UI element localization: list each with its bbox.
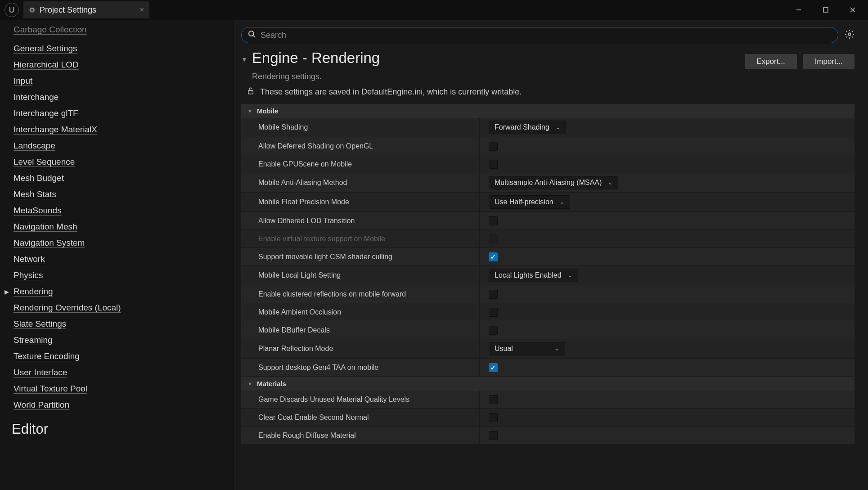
sidebar-item-interchange[interactable]: Interchange <box>13 89 234 105</box>
sidebar-item-metasounds[interactable]: MetaSounds <box>13 202 234 219</box>
chevron-down-icon: ⌄ <box>568 272 572 279</box>
setting-row: Enable virtual texture support on Mobile <box>241 230 855 248</box>
sidebar-item-label: Streaming <box>13 335 53 345</box>
setting-extra <box>839 212 855 229</box>
sidebar-item-general-settings[interactable]: General Settings <box>13 40 234 57</box>
close-button[interactable] <box>839 0 866 19</box>
dropdown[interactable]: Use Half-precision⌄ <box>489 195 570 209</box>
sidebar-item-label: Physics <box>13 270 43 280</box>
import-button[interactable]: Import... <box>803 54 855 69</box>
sidebar-item-interchange-materialx[interactable]: Interchange MaterialX <box>13 121 234 138</box>
close-icon[interactable]: × <box>140 6 144 14</box>
setting-row: Mobile Anti-Aliasing MethodMultisample A… <box>241 173 855 193</box>
checkbox[interactable] <box>489 431 498 440</box>
dropdown[interactable]: Multisample Anti-Aliasing (MSAA)⌄ <box>489 176 618 189</box>
group-header-mobile[interactable]: ▼Mobile <box>241 104 855 118</box>
setting-extra <box>839 321 855 339</box>
sidebar-item-input[interactable]: Input <box>13 73 234 89</box>
setting-row: Enable GPUScene on Mobile <box>241 155 855 173</box>
sidebar-item-landscape[interactable]: Landscape <box>13 138 234 154</box>
dropdown[interactable]: Usual⌄ <box>489 342 565 355</box>
sidebar-item-hierarchical-lod[interactable]: Hierarchical LOD <box>13 57 234 73</box>
setting-extra <box>839 409 855 426</box>
sidebar-item-rendering-overrides-local-[interactable]: Rendering Overrides (Local) <box>13 300 234 316</box>
sidebar-item-label: Hierarchical LOD <box>13 60 79 70</box>
sidebar-item-physics[interactable]: Physics <box>13 267 234 283</box>
settings-gear-icon[interactable] <box>845 29 855 41</box>
setting-label: Support movable light CSM shader culling <box>241 248 480 265</box>
sidebar-item-label: World Partition <box>13 400 69 410</box>
sidebar-item-navigation-system[interactable]: Navigation System <box>13 235 234 251</box>
sidebar-item-garbage-collection[interactable]: Garbage Collection <box>13 24 234 40</box>
checkbox[interactable] <box>489 290 498 299</box>
chevron-down-icon: ⌄ <box>608 180 612 186</box>
setting-extra <box>839 303 855 321</box>
checkbox[interactable] <box>489 413 498 422</box>
svg-rect-7 <box>248 90 253 94</box>
setting-label: Allow Deferred Shading on OpenGL <box>241 137 480 155</box>
chevron-down-icon: ▼ <box>247 108 252 114</box>
sidebar-item-interchange-gltf[interactable]: Interchange glTF <box>13 105 234 121</box>
setting-value <box>480 212 839 229</box>
dropdown[interactable]: Forward Shading⌄ <box>489 121 566 134</box>
export-button[interactable]: Export... <box>745 54 796 69</box>
dropdown[interactable]: Local Lights Enabled⌄ <box>489 269 578 282</box>
setting-label: Mobile Shading <box>241 118 480 137</box>
sidebar-item-texture-encoding[interactable]: Texture Encoding <box>13 348 234 364</box>
setting-label: Enable clustered reflections on mobile f… <box>241 285 480 303</box>
sidebar-item-label: Virtual Texture Pool <box>13 384 87 394</box>
setting-extra <box>839 173 855 192</box>
sidebar-item-streaming[interactable]: Streaming <box>13 332 234 348</box>
setting-extra <box>839 230 855 247</box>
sidebar-item-label: Interchange <box>13 92 58 102</box>
setting-row: Planar Reflection ModeUsual⌄ <box>241 339 855 359</box>
sidebar-item-mesh-stats[interactable]: Mesh Stats <box>13 186 234 202</box>
search-box[interactable] <box>241 27 838 43</box>
checkbox[interactable] <box>489 363 498 372</box>
setting-extra <box>839 391 855 408</box>
unlock-icon <box>247 87 255 97</box>
maximize-button[interactable] <box>812 0 839 19</box>
svg-rect-1 <box>823 8 828 12</box>
checkbox[interactable] <box>489 308 498 317</box>
setting-label: Mobile Float Precision Mode <box>241 193 480 211</box>
tab-project-settings[interactable]: ⚙ Project Settings × <box>23 1 149 18</box>
checkbox[interactable] <box>489 252 498 261</box>
setting-value <box>480 248 839 265</box>
setting-extra <box>839 118 855 137</box>
sidebar-item-mesh-budget[interactable]: Mesh Budget <box>13 170 234 186</box>
page-subtitle: Rendering settings. <box>252 72 855 81</box>
sidebar-item-navigation-mesh[interactable]: Navigation Mesh <box>13 219 234 235</box>
setting-label: Enable Rough Diffuse Material <box>241 427 480 444</box>
app-logo[interactable]: U <box>4 3 19 17</box>
checkbox[interactable] <box>489 142 498 151</box>
sidebar-item-slate-settings[interactable]: Slate Settings <box>13 316 234 332</box>
sidebar-item-virtual-texture-pool[interactable]: Virtual Texture Pool <box>13 381 234 397</box>
setting-row: Clear Coat Enable Second Normal <box>241 409 855 427</box>
dropdown-value: Use Half-precision <box>495 198 553 206</box>
collapse-section-icon[interactable]: ▼ <box>241 56 247 63</box>
sidebar-item-rendering[interactable]: ▶Rendering <box>13 283 234 300</box>
dropdown-value: Local Lights Enabled <box>495 271 562 279</box>
gear-icon: ⚙ <box>29 6 35 14</box>
sidebar-item-world-partition[interactable]: World Partition <box>13 397 234 413</box>
group-title: Materials <box>257 380 286 387</box>
search-input[interactable] <box>261 31 832 40</box>
setting-value <box>480 409 839 426</box>
setting-value <box>480 303 839 321</box>
checkbox[interactable] <box>489 160 498 169</box>
setting-value: Forward Shading⌄ <box>480 118 839 137</box>
setting-row: Mobile Float Precision ModeUse Half-prec… <box>241 193 855 212</box>
sidebar-item-level-sequence[interactable]: Level Sequence <box>13 154 234 170</box>
window-controls <box>785 0 866 19</box>
content-panel[interactable]: ▼ Engine - Rendering Export... Import...… <box>234 20 868 490</box>
chevron-down-icon: ⌄ <box>556 124 560 130</box>
group-header-materials[interactable]: ▼Materials <box>241 377 855 391</box>
checkbox[interactable] <box>489 326 498 335</box>
sidebar[interactable]: Garbage CollectionGeneral SettingsHierar… <box>0 20 234 490</box>
checkbox[interactable] <box>489 216 498 225</box>
sidebar-item-user-interface[interactable]: User Interface <box>13 364 234 381</box>
checkbox[interactable] <box>489 395 498 404</box>
sidebar-item-network[interactable]: Network <box>13 251 234 267</box>
minimize-button[interactable] <box>785 0 812 19</box>
